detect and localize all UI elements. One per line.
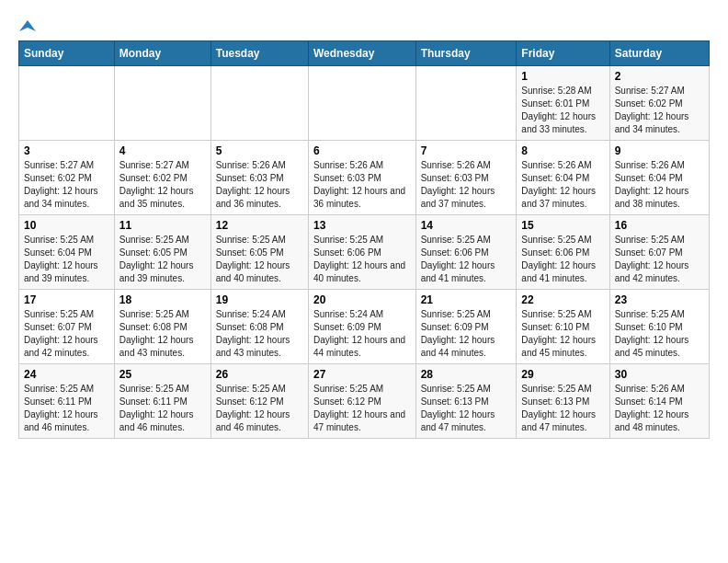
calendar-week-5: 24Sunrise: 5:25 AM Sunset: 6:11 PM Dayli… <box>19 364 710 439</box>
weekday-header-monday: Monday <box>114 41 210 66</box>
calendar-cell: 17Sunrise: 5:25 AM Sunset: 6:07 PM Dayli… <box>19 290 115 364</box>
day-content: Sunrise: 5:27 AM Sunset: 6:02 PM Dayligh… <box>119 159 206 211</box>
calendar-cell <box>114 66 210 141</box>
calendar-cell: 30Sunrise: 5:26 AM Sunset: 6:14 PM Dayli… <box>609 364 709 439</box>
page-header <box>18 18 710 31</box>
day-number: 22 <box>521 293 604 306</box>
day-number: 15 <box>521 219 604 232</box>
day-number: 8 <box>521 144 604 157</box>
day-content: Sunrise: 5:25 AM Sunset: 6:05 PM Dayligh… <box>119 234 206 285</box>
calendar-cell: 4Sunrise: 5:27 AM Sunset: 6:02 PM Daylig… <box>114 141 210 215</box>
calendar-cell <box>308 66 415 141</box>
day-number: 9 <box>615 144 704 157</box>
day-content: Sunrise: 5:25 AM Sunset: 6:11 PM Dayligh… <box>24 383 109 434</box>
day-number: 29 <box>521 368 604 381</box>
calendar-cell: 12Sunrise: 5:25 AM Sunset: 6:05 PM Dayli… <box>210 215 308 290</box>
day-content: Sunrise: 5:26 AM Sunset: 6:04 PM Dayligh… <box>521 159 604 211</box>
calendar-cell: 27Sunrise: 5:25 AM Sunset: 6:12 PM Dayli… <box>308 364 415 439</box>
day-number: 23 <box>615 293 704 306</box>
calendar-week-1: 1Sunrise: 5:28 AM Sunset: 6:01 PM Daylig… <box>19 66 710 141</box>
day-content: Sunrise: 5:25 AM Sunset: 6:12 PM Dayligh… <box>313 383 411 434</box>
day-content: Sunrise: 5:25 AM Sunset: 6:10 PM Dayligh… <box>615 308 704 360</box>
calendar-cell <box>210 66 308 141</box>
day-content: Sunrise: 5:25 AM Sunset: 6:06 PM Dayligh… <box>313 234 411 285</box>
weekday-header-sunday: Sunday <box>19 41 115 66</box>
day-number: 7 <box>421 144 512 157</box>
day-content: Sunrise: 5:25 AM Sunset: 6:08 PM Dayligh… <box>119 308 206 360</box>
calendar-cell <box>19 66 115 141</box>
day-content: Sunrise: 5:26 AM Sunset: 6:03 PM Dayligh… <box>216 159 303 211</box>
day-number: 27 <box>313 368 411 381</box>
calendar-cell <box>415 66 517 141</box>
calendar-cell: 7Sunrise: 5:26 AM Sunset: 6:03 PM Daylig… <box>415 141 517 215</box>
logo <box>18 18 37 31</box>
calendar-cell: 14Sunrise: 5:25 AM Sunset: 6:06 PM Dayli… <box>415 215 517 290</box>
calendar-cell: 15Sunrise: 5:25 AM Sunset: 6:06 PM Dayli… <box>517 215 609 290</box>
day-number: 30 <box>615 368 704 381</box>
day-number: 19 <box>216 293 303 306</box>
day-number: 18 <box>119 293 206 306</box>
weekday-header-friday: Friday <box>517 41 609 66</box>
calendar-cell: 16Sunrise: 5:25 AM Sunset: 6:07 PM Dayli… <box>609 215 709 290</box>
calendar-cell: 26Sunrise: 5:25 AM Sunset: 6:12 PM Dayli… <box>210 364 308 439</box>
day-content: Sunrise: 5:26 AM Sunset: 6:04 PM Dayligh… <box>615 159 704 211</box>
day-content: Sunrise: 5:24 AM Sunset: 6:09 PM Dayligh… <box>313 308 411 360</box>
day-number: 14 <box>421 219 512 232</box>
day-content: Sunrise: 5:25 AM Sunset: 6:12 PM Dayligh… <box>216 383 303 434</box>
calendar-cell: 23Sunrise: 5:25 AM Sunset: 6:10 PM Dayli… <box>609 290 709 364</box>
calendar-cell: 22Sunrise: 5:25 AM Sunset: 6:10 PM Dayli… <box>517 290 609 364</box>
day-content: Sunrise: 5:25 AM Sunset: 6:06 PM Dayligh… <box>421 234 512 285</box>
calendar-cell: 28Sunrise: 5:25 AM Sunset: 6:13 PM Dayli… <box>415 364 517 439</box>
day-content: Sunrise: 5:24 AM Sunset: 6:08 PM Dayligh… <box>216 308 303 360</box>
day-number: 28 <box>421 368 512 381</box>
day-content: Sunrise: 5:25 AM Sunset: 6:09 PM Dayligh… <box>421 308 512 360</box>
day-number: 21 <box>421 293 512 306</box>
calendar-cell: 19Sunrise: 5:24 AM Sunset: 6:08 PM Dayli… <box>210 290 308 364</box>
day-number: 6 <box>313 144 411 157</box>
day-content: Sunrise: 5:25 AM Sunset: 6:06 PM Dayligh… <box>521 234 604 285</box>
day-content: Sunrise: 5:27 AM Sunset: 6:02 PM Dayligh… <box>24 159 109 211</box>
day-content: Sunrise: 5:26 AM Sunset: 6:03 PM Dayligh… <box>421 159 512 211</box>
day-number: 2 <box>615 70 704 83</box>
day-content: Sunrise: 5:25 AM Sunset: 6:07 PM Dayligh… <box>615 234 704 285</box>
weekday-header-tuesday: Tuesday <box>210 41 308 66</box>
day-number: 3 <box>24 144 109 157</box>
day-content: Sunrise: 5:25 AM Sunset: 6:13 PM Dayligh… <box>421 383 512 434</box>
day-content: Sunrise: 5:28 AM Sunset: 6:01 PM Dayligh… <box>521 85 604 136</box>
calendar-cell: 25Sunrise: 5:25 AM Sunset: 6:11 PM Dayli… <box>114 364 210 439</box>
day-number: 24 <box>24 368 109 381</box>
day-number: 26 <box>216 368 303 381</box>
calendar-cell: 20Sunrise: 5:24 AM Sunset: 6:09 PM Dayli… <box>308 290 415 364</box>
calendar-cell: 29Sunrise: 5:25 AM Sunset: 6:13 PM Dayli… <box>517 364 609 439</box>
calendar-cell: 6Sunrise: 5:26 AM Sunset: 6:03 PM Daylig… <box>308 141 415 215</box>
calendar-cell: 3Sunrise: 5:27 AM Sunset: 6:02 PM Daylig… <box>19 141 115 215</box>
day-number: 12 <box>216 219 303 232</box>
day-number: 25 <box>119 368 206 381</box>
calendar-cell: 21Sunrise: 5:25 AM Sunset: 6:09 PM Dayli… <box>415 290 517 364</box>
day-number: 1 <box>521 70 604 83</box>
day-content: Sunrise: 5:25 AM Sunset: 6:13 PM Dayligh… <box>521 383 604 434</box>
day-number: 20 <box>313 293 411 306</box>
calendar-cell: 2Sunrise: 5:27 AM Sunset: 6:02 PM Daylig… <box>609 66 709 141</box>
day-number: 4 <box>119 144 206 157</box>
day-content: Sunrise: 5:25 AM Sunset: 6:04 PM Dayligh… <box>24 234 109 285</box>
calendar-header-row: SundayMondayTuesdayWednesdayThursdayFrid… <box>19 41 710 66</box>
weekday-header-wednesday: Wednesday <box>308 41 415 66</box>
day-content: Sunrise: 5:26 AM Sunset: 6:14 PM Dayligh… <box>615 383 704 434</box>
day-content: Sunrise: 5:25 AM Sunset: 6:10 PM Dayligh… <box>521 308 604 360</box>
calendar-cell: 1Sunrise: 5:28 AM Sunset: 6:01 PM Daylig… <box>517 66 609 141</box>
calendar-cell: 5Sunrise: 5:26 AM Sunset: 6:03 PM Daylig… <box>210 141 308 215</box>
day-number: 11 <box>119 219 206 232</box>
day-number: 13 <box>313 219 411 232</box>
day-number: 16 <box>615 219 704 232</box>
day-number: 10 <box>24 219 109 232</box>
day-content: Sunrise: 5:25 AM Sunset: 6:11 PM Dayligh… <box>119 383 206 434</box>
calendar-cell: 13Sunrise: 5:25 AM Sunset: 6:06 PM Dayli… <box>308 215 415 290</box>
day-number: 5 <box>216 144 303 157</box>
calendar-cell: 18Sunrise: 5:25 AM Sunset: 6:08 PM Dayli… <box>114 290 210 364</box>
calendar-table: SundayMondayTuesdayWednesdayThursdayFrid… <box>18 40 710 439</box>
logo-bird-icon <box>19 18 36 35</box>
day-number: 17 <box>24 293 109 306</box>
weekday-header-saturday: Saturday <box>609 41 709 66</box>
day-content: Sunrise: 5:27 AM Sunset: 6:02 PM Dayligh… <box>615 85 704 136</box>
